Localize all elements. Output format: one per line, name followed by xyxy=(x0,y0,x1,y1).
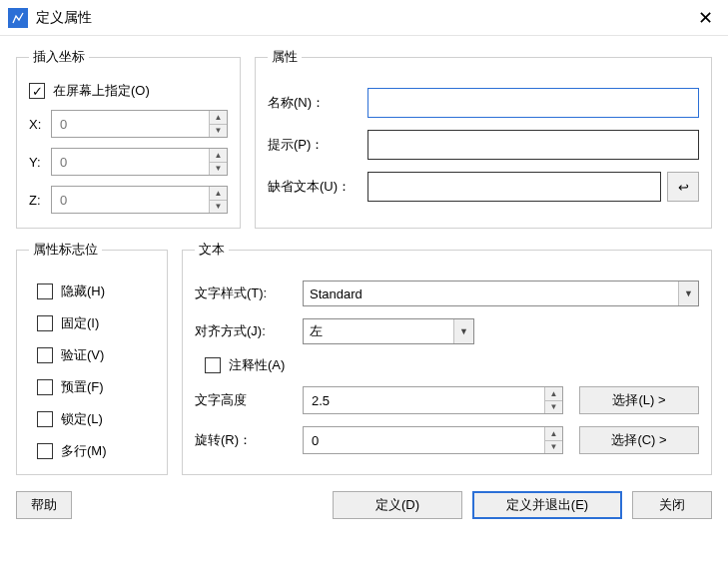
insert-field-button[interactable]: ↩ xyxy=(667,172,699,202)
chevron-down-icon[interactable]: ▼ xyxy=(453,319,473,343)
chevron-down-icon[interactable]: ▼ xyxy=(678,282,698,305)
style-select[interactable]: Standard ▼ xyxy=(303,281,699,306)
text-legend: 文本 xyxy=(195,241,229,259)
name-label: 名称(N)： xyxy=(268,94,367,112)
z-input[interactable] xyxy=(51,186,228,214)
define-exit-button[interactable]: 定义并退出(E) xyxy=(472,491,622,519)
verify-label: 验证(V) xyxy=(61,346,104,364)
hidden-checkbox[interactable] xyxy=(37,283,53,299)
rotation-input[interactable] xyxy=(303,426,563,454)
hidden-label: 隐藏(H) xyxy=(61,282,105,300)
lock-label: 锁定(L) xyxy=(61,410,103,428)
z-spinner[interactable]: ▲▼ xyxy=(51,186,228,214)
attribute-group: 属性 名称(N)： 提示(P)： 缺省文本(U)： ↩ xyxy=(255,48,712,229)
rotation-up-icon[interactable]: ▲ xyxy=(544,427,562,441)
justify-label: 对齐方式(J): xyxy=(195,322,303,340)
y-spinner[interactable]: ▲▼ xyxy=(51,148,228,176)
insert-coord-legend: 插入坐标 xyxy=(29,48,89,66)
help-button[interactable]: 帮助 xyxy=(16,491,72,519)
prompt-label: 提示(P)： xyxy=(268,136,367,154)
x-label: X: xyxy=(29,117,51,132)
verify-checkbox[interactable] xyxy=(37,347,53,363)
attribute-legend: 属性 xyxy=(268,48,302,66)
prompt-input[interactable] xyxy=(367,130,699,160)
app-icon xyxy=(8,8,28,28)
y-down-icon[interactable]: ▼ xyxy=(209,163,227,176)
z-up-icon[interactable]: ▲ xyxy=(209,187,227,201)
y-up-icon[interactable]: ▲ xyxy=(209,149,227,163)
default-input[interactable] xyxy=(367,172,661,202)
flags-legend: 属性标志位 xyxy=(29,241,102,259)
height-up-icon[interactable]: ▲ xyxy=(544,387,562,401)
justify-select[interactable]: 左 ▼ xyxy=(303,318,474,344)
close-button[interactable]: 关闭 xyxy=(632,491,712,519)
style-value: Standard xyxy=(310,286,363,301)
specify-on-screen-checkbox[interactable] xyxy=(29,83,45,99)
lock-checkbox[interactable] xyxy=(37,411,53,427)
x-down-icon[interactable]: ▼ xyxy=(209,125,227,138)
justify-value: 左 xyxy=(310,322,323,340)
preset-checkbox[interactable] xyxy=(37,379,53,395)
default-label: 缺省文本(U)： xyxy=(268,178,367,196)
y-label: Y: xyxy=(29,155,51,170)
annotative-checkbox[interactable] xyxy=(205,357,221,373)
text-group: 文本 文字样式(T): Standard ▼ 对齐方式(J): 左 ▼ 注释性(… xyxy=(182,241,712,475)
preset-label: 预置(F) xyxy=(61,378,104,396)
x-input[interactable] xyxy=(51,110,228,138)
pick-rotation-button[interactable]: 选择(C) > xyxy=(579,426,699,454)
height-input[interactable] xyxy=(303,386,563,414)
z-label: Z: xyxy=(29,193,51,208)
multi-label: 多行(M) xyxy=(61,442,107,460)
x-up-icon[interactable]: ▲ xyxy=(209,111,227,125)
name-input[interactable] xyxy=(367,88,699,118)
rotation-down-icon[interactable]: ▼ xyxy=(544,441,562,454)
insert-field-icon: ↩ xyxy=(678,180,689,195)
pick-height-button[interactable]: 选择(L) > xyxy=(579,386,699,414)
height-spinner[interactable]: ▲▼ xyxy=(303,386,563,414)
annotative-label: 注释性(A) xyxy=(229,356,285,374)
style-label: 文字样式(T): xyxy=(195,284,303,302)
define-button[interactable]: 定义(D) xyxy=(333,491,462,519)
multi-checkbox[interactable] xyxy=(37,443,53,459)
specify-on-screen-label: 在屏幕上指定(O) xyxy=(53,82,150,100)
flags-group: 属性标志位 隐藏(H) 固定(I) 验证(V) 预置(F) 锁定(L) 多行(M… xyxy=(16,241,168,475)
z-down-icon[interactable]: ▼ xyxy=(209,201,227,214)
fixed-checkbox[interactable] xyxy=(37,315,53,331)
bottom-bar: 帮助 定义(D) 定义并退出(E) 关闭 xyxy=(0,481,728,529)
rotation-label: 旋转(R)： xyxy=(195,431,303,449)
fixed-label: 固定(I) xyxy=(61,314,99,332)
height-label: 文字高度 xyxy=(195,391,303,409)
rotation-spinner[interactable]: ▲▼ xyxy=(303,426,563,454)
y-input[interactable] xyxy=(51,148,228,176)
window-title: 定义属性 xyxy=(36,9,92,27)
close-icon[interactable]: ✕ xyxy=(682,0,728,36)
height-down-icon[interactable]: ▼ xyxy=(544,401,562,414)
titlebar: 定义属性 ✕ xyxy=(0,0,728,36)
insert-coord-group: 插入坐标 在屏幕上指定(O) X: ▲▼ Y: ▲▼ Z: xyxy=(16,48,241,229)
x-spinner[interactable]: ▲▼ xyxy=(51,110,228,138)
